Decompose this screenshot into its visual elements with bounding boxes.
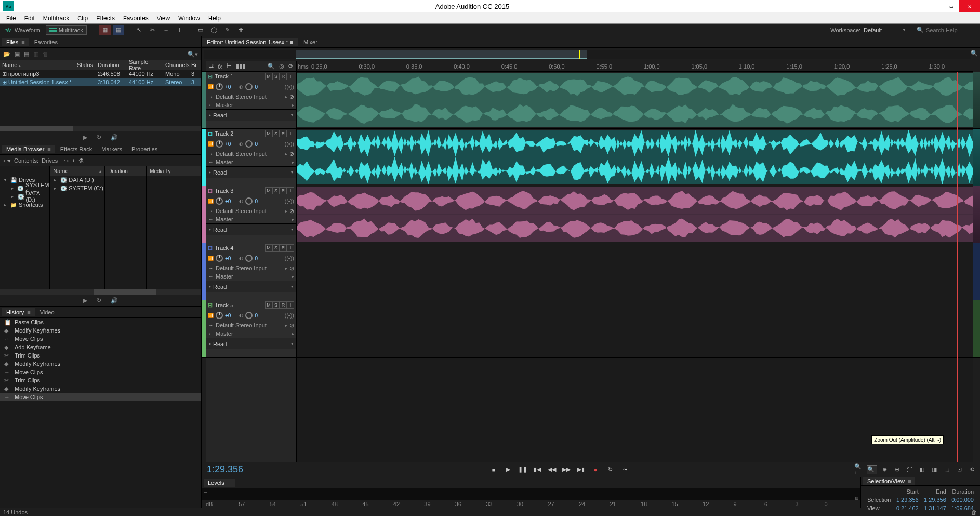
audio-clip[interactable] (297, 130, 973, 184)
sel-start[interactable]: 1:29.356 (894, 496, 921, 504)
volume-knob[interactable] (216, 83, 223, 90)
menu-help[interactable]: Help (204, 14, 225, 23)
tab-markers[interactable]: Markers (97, 145, 126, 153)
track-grip-icon[interactable]: ⊞ (208, 302, 213, 309)
insert-clip-icon[interactable]: ▥ (33, 51, 38, 58)
close-file-icon[interactable]: 🗑 (43, 51, 48, 57)
col-channels[interactable]: Channels (163, 62, 189, 68)
record-button[interactable]: ● (590, 465, 601, 474)
menu-file[interactable]: File (2, 14, 20, 23)
browse-system[interactable]: ▸💽 SYSTEM (C:) (50, 184, 104, 192)
pan-value[interactable]: 0 (255, 84, 258, 90)
automation-expand-icon[interactable]: ▸ (209, 113, 211, 117)
automation-mode[interactable]: Read (213, 284, 227, 290)
zoom-in-sel-icon[interactable]: ◨ (929, 465, 939, 474)
stereo-icon[interactable]: ((•)) (284, 198, 294, 204)
tree-data[interactable]: ▸💽 DATA (D:) (0, 192, 49, 201)
fx-toggle-icon[interactable]: ⇄ (209, 63, 214, 70)
view-end[interactable]: 1:31.147 (922, 505, 948, 512)
fx-send-icon[interactable]: ⊢ (227, 63, 232, 70)
audio-clip[interactable] (297, 187, 973, 242)
view-start[interactable]: 0:21.462 (894, 505, 921, 512)
record-arm-button[interactable]: R (280, 130, 287, 137)
history-item[interactable]: ↔Move Clips (0, 393, 201, 401)
browse-data[interactable]: ▸💽 DATA (D:) (50, 176, 104, 184)
tab-selection-view[interactable]: Selection/View≡ (863, 477, 915, 485)
automation-mode[interactable]: Read (213, 341, 227, 347)
zoom-reset-icon[interactable]: 🔍 (971, 50, 979, 58)
sel-dur[interactable]: 0:00.000 (949, 496, 976, 504)
history-item[interactable]: ↔Move Clips (0, 335, 201, 343)
tab-media-browser[interactable]: Media Browser≡ (2, 145, 55, 153)
track-grip-icon[interactable]: ⊞ (208, 130, 213, 137)
zoom-to-sel-icon[interactable]: ⊡ (954, 465, 964, 474)
tab-video[interactable]: Video (36, 308, 59, 316)
track-input[interactable]: Default Stereo Input (216, 208, 267, 214)
stereo-icon[interactable]: ((•)) (284, 312, 294, 319)
ffwd-button[interactable]: ▶▶ (561, 465, 572, 474)
track-output[interactable]: Master (216, 159, 233, 165)
mb-autoplay-icon[interactable]: 🔊 (111, 297, 118, 304)
maximize-button[interactable]: ▭ (944, 0, 959, 12)
spectral-toggle-1[interactable]: ▦ (99, 25, 111, 35)
go-end-button[interactable]: ▶▮ (576, 465, 586, 474)
monitor-button[interactable]: I (287, 73, 294, 80)
mute-button[interactable]: M (265, 244, 272, 252)
loop-button[interactable]: ↻ (605, 465, 615, 474)
brush-tool[interactable]: ✎ (222, 25, 233, 35)
solo-button[interactable]: S (272, 73, 280, 80)
track-lane[interactable] (297, 72, 973, 129)
pan-knob[interactable] (245, 197, 253, 205)
menu-effects[interactable]: Effects (92, 14, 119, 23)
levels-meter[interactable] (202, 488, 860, 500)
record-arm-button[interactable]: R (280, 187, 287, 194)
automation-expand-icon[interactable]: ▸ (209, 227, 211, 232)
monitor-button[interactable]: I (287, 130, 294, 137)
volume-knob[interactable] (216, 140, 223, 148)
spectral-toggle-2[interactable]: ▦ (113, 25, 124, 35)
tab-levels[interactable]: Levels≡ (204, 479, 235, 487)
automation-expand-icon[interactable]: ▸ (209, 284, 211, 289)
record-arm-button[interactable]: R (280, 301, 287, 309)
volume-knob[interactable] (216, 255, 223, 262)
track-output[interactable]: Master (216, 330, 233, 337)
solo-button[interactable]: S (272, 187, 280, 194)
track-input[interactable]: Default Stereo Input (216, 322, 267, 328)
menu-clip[interactable]: Clip (73, 14, 92, 23)
fx-search-icon[interactable]: 🔍 (268, 63, 275, 70)
volume-value[interactable]: +0 (225, 84, 231, 90)
workspace-select[interactable]: Default (864, 27, 900, 33)
pan-knob[interactable] (245, 255, 253, 262)
automation-mode[interactable]: Read (213, 227, 227, 233)
tab-mixer[interactable]: Mixer (298, 38, 323, 46)
col-name[interactable]: Name ▴ (0, 62, 75, 68)
tab-effects-rack[interactable]: Effects Rack (56, 145, 97, 153)
tab-favorites[interactable]: Favorites (30, 38, 62, 46)
current-time[interactable]: 1:29.356 (202, 464, 264, 475)
stereo-icon[interactable]: ((•)) (284, 84, 294, 90)
file-row[interactable]: ⊞ Untitled Session 1.sesx *3:38.04244100… (0, 78, 201, 86)
waveform-mode-button[interactable]: Waveform (2, 26, 44, 34)
overview-navigator[interactable] (204, 50, 971, 59)
files-hscroll[interactable] (0, 126, 201, 131)
track-grip-icon[interactable]: ⊞ (208, 73, 213, 80)
track-lane[interactable] (297, 300, 973, 358)
fx-eq-icon[interactable]: ▮▮▮ (236, 63, 245, 70)
mute-button[interactable]: M (265, 301, 272, 309)
track-lane[interactable] (297, 243, 973, 300)
menu-edit[interactable]: Edit (20, 14, 39, 23)
close-button[interactable]: ✕ (959, 0, 980, 12)
slip-tool[interactable]: ↔ (161, 25, 172, 35)
zoom-out-time-icon[interactable]: 🔍- (867, 465, 877, 474)
automation-expand-icon[interactable]: ▸ (209, 170, 211, 175)
volume-value[interactable]: +0 (225, 141, 231, 147)
files-loop-icon[interactable]: ↻ (97, 134, 101, 141)
audio-clip[interactable] (297, 73, 973, 127)
mb-hscroll[interactable] (0, 289, 201, 295)
track-input[interactable]: Default Stereo Input (216, 94, 267, 100)
pan-knob[interactable] (245, 140, 253, 148)
fx-snap-icon[interactable]: ◎ (279, 63, 284, 70)
track-input[interactable]: Default Stereo Input (216, 151, 267, 157)
fx-link-icon[interactable]: ⟳ (288, 63, 293, 70)
tree-shortcuts[interactable]: ▸📁 Shortcuts (0, 201, 49, 209)
